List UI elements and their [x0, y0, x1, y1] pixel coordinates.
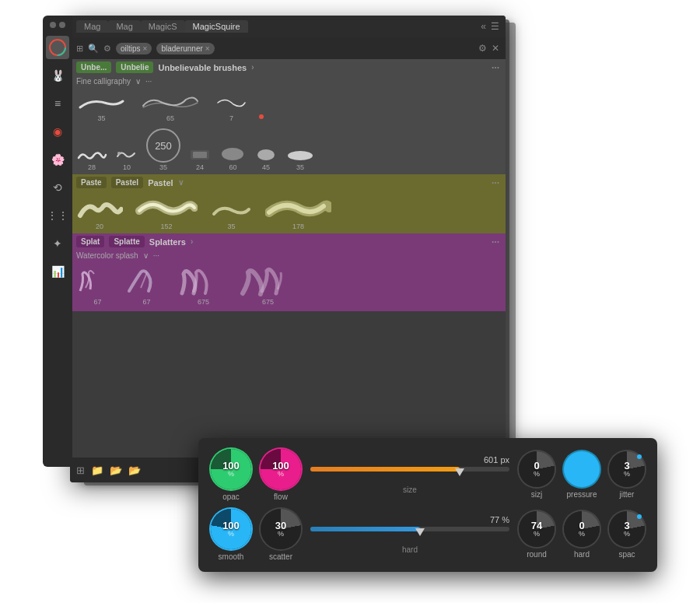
collapse-icon[interactable]: «	[481, 21, 486, 32]
sidebar-icon-color[interactable]: ◉	[46, 120, 69, 143]
sidebar-icon-layers[interactable]: ≡	[46, 92, 69, 115]
splatters-tab[interactable]: Splat	[76, 236, 104, 247]
brush-preview-7	[219, 145, 247, 163]
pastel-brush-2[interactable]: 152	[135, 194, 198, 230]
pastel-brush-4[interactable]: 178	[265, 194, 331, 230]
unbelievable-chevron[interactable]: ›	[251, 63, 254, 72]
splatters-chevron[interactable]: ›	[191, 237, 193, 246]
pastel-brush-1[interactable]: 20	[76, 194, 123, 230]
tag-bladerunner[interactable]: bladerunner ×	[156, 43, 214, 54]
splatter-preview-3	[174, 266, 233, 297]
round-knob[interactable]: 74 %	[519, 511, 555, 547]
sidebar-icon-nodes[interactable]: ⋮⋮	[46, 204, 69, 227]
splatter-brush-2[interactable]: 67	[125, 266, 168, 306]
spac-unit: %	[624, 531, 630, 538]
hard2-label: hard	[574, 550, 590, 559]
brush-item-5[interactable]: 10	[115, 144, 138, 171]
menu-icon[interactable]: ☰	[491, 21, 499, 32]
splatters-sub-dots[interactable]: ···	[153, 251, 159, 260]
flow-knob[interactable]: 100 %	[261, 449, 301, 489]
splatter-brush-1[interactable]: 67	[76, 266, 119, 306]
tag-oiltips-remove[interactable]: ×	[143, 44, 148, 53]
tab-mag1[interactable]: Mag	[76, 20, 108, 33]
pastel-tab2[interactable]: Pastel	[111, 177, 143, 188]
flow-label: flow	[274, 493, 288, 501]
splatter-brush-3[interactable]: 675	[174, 266, 233, 306]
tab-magics[interactable]: MagicS	[141, 20, 185, 33]
settings-icon[interactable]: ⚙	[478, 43, 487, 54]
brush-preview-8	[255, 147, 277, 163]
pastel-header: Paste Pastel Pastel ∨ ···	[70, 174, 506, 191]
smooth-unit: %	[228, 531, 234, 538]
brush-item-3[interactable]: 7	[214, 92, 249, 122]
pastel-num-3: 35	[227, 223, 235, 230]
hard-slider-track[interactable]	[310, 527, 509, 531]
splatters-tab2[interactable]: Splatte	[109, 236, 144, 247]
search-input[interactable]	[219, 44, 474, 53]
hard-slider-label-container: hard	[310, 542, 509, 556]
unbelievable-dots[interactable]: ···	[492, 62, 499, 73]
clear-icon[interactable]: ✕	[492, 43, 499, 54]
brush-item-2[interactable]: 65	[139, 92, 201, 122]
pastel-chevron[interactable]: ∨	[178, 178, 184, 187]
unbelievable-tab[interactable]: Unbe...	[76, 61, 111, 73]
jitter-knob[interactable]: 3 %	[609, 451, 645, 487]
sidebar-icon-history[interactable]: ⟲	[46, 176, 69, 199]
spac-label: spac	[618, 550, 635, 559]
scatter-knob[interactable]: 30 %	[261, 509, 301, 549]
hard-slider-row: 77 % hard	[310, 515, 509, 556]
brush-item-1[interactable]: 35	[76, 92, 127, 122]
tab-magicsquire[interactable]: MagicSquire	[185, 20, 248, 33]
splatters-brush-row: 67 67 675	[70, 263, 506, 309]
size-slider-track[interactable]	[310, 467, 509, 472]
jitter-knob-container: 3 % jitter	[609, 451, 645, 499]
tab-mag2[interactable]: Mag	[108, 20, 140, 33]
brush-item-8[interactable]: 45	[254, 147, 278, 171]
minimize-dot	[59, 22, 65, 28]
splatter-preview-1	[76, 266, 119, 297]
smooth-knob[interactable]: 100 %	[211, 509, 251, 549]
toolbar-folder1-icon[interactable]: 📁	[91, 465, 103, 476]
spac-knob[interactable]: 3 %	[609, 511, 645, 547]
hard-slider-thumb	[415, 528, 425, 536]
spac-knob-container: 3 % spac	[609, 511, 645, 559]
hard2-knob[interactable]: 0 %	[564, 511, 600, 547]
sidebar-icon-adjustments[interactable]: 🌸	[46, 148, 69, 171]
unbelievable-tab2[interactable]: Unbelie	[116, 61, 153, 73]
opac-knob[interactable]: 100 %	[211, 449, 251, 489]
toolbar-folder2-icon[interactable]: 📂	[110, 465, 122, 476]
pressure-knob[interactable]	[564, 451, 600, 487]
brush-item-7[interactable]: 60	[219, 145, 247, 171]
left-sidebar: 🐰 ≡ ◉ 🌸 ⟲ ⋮⋮ ✦ 📊	[43, 16, 72, 467]
pastel-brush-3[interactable]: 35	[210, 198, 253, 230]
tag-bladerunner-remove[interactable]: ×	[205, 44, 210, 53]
sort-icon: ⚙	[103, 44, 111, 54]
sidebar-icon-brushes[interactable]: 🐰	[46, 64, 69, 87]
pastel-dots[interactable]: ···	[492, 177, 499, 188]
splatters-sub-label: Watercolor splash	[76, 251, 138, 260]
opac-knob-container: 100 % opac	[211, 449, 251, 501]
brush-circle-value: 250	[155, 140, 172, 152]
splatters-dots[interactable]: ···	[492, 237, 499, 247]
tag-oiltips[interactable]: oiltips ×	[116, 43, 152, 54]
search-bar-actions: ⚙ ✕	[478, 43, 499, 54]
brush-item-6[interactable]: 24	[188, 147, 212, 171]
sidebar-icon-logo[interactable]	[46, 36, 69, 59]
toolbar-folder3-icon[interactable]: 📂	[128, 465, 141, 476]
splatters-header: Splat Splatte Splatters › ···	[70, 233, 506, 250]
brush-preview-3	[214, 92, 249, 114]
sidebar-icon-star[interactable]: ✦	[46, 232, 69, 255]
brush-item-9[interactable]: 35	[285, 149, 315, 171]
sidebar-icon-chart[interactable]: 📊	[46, 260, 69, 283]
sub-dots[interactable]: ···	[145, 77, 152, 86]
splatters-sub-chevron[interactable]: ∨	[143, 251, 149, 260]
toolbar-grid-icon[interactable]: ⊞	[76, 465, 85, 476]
brush-item-circle[interactable]: 250 35	[146, 128, 180, 171]
pastel-tab[interactable]: Paste	[76, 177, 107, 188]
sub-chevron[interactable]: ∨	[135, 77, 141, 86]
splatter-brush-4[interactable]: 675	[239, 266, 297, 306]
pressure-knob-container: pressure	[564, 451, 600, 499]
jitter-label: jitter	[620, 490, 635, 499]
brush-item-4[interactable]: 28	[76, 144, 107, 171]
sizj-knob[interactable]: 0 %	[519, 451, 555, 487]
